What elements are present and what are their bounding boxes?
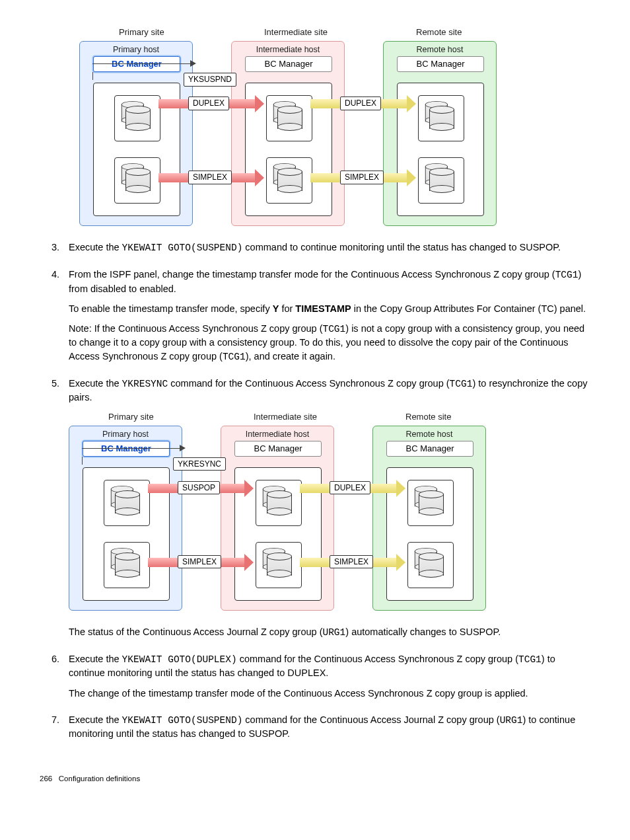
command-label: YKSUSPND	[184, 73, 236, 87]
state-i-r-top: DUPLEX	[340, 96, 381, 110]
step-number: 3.	[40, 241, 69, 261]
state-i-r-bot: SIMPLEX	[340, 171, 384, 184]
cmd-ykewait-suspend: YKEWAIT GOTO(SUSPEND)	[122, 243, 243, 253]
remote-site-box: Remote host BC Manager	[383, 41, 497, 226]
step-number: 7.	[40, 713, 69, 747]
step-4: 4. From the ISPF panel, change the times…	[40, 268, 590, 370]
step-3: 3. Execute the YKEWAIT GOTO(SUSPEND) com…	[40, 241, 590, 261]
step-7: 7. Execute the YKEWAIT GOTO(SUSPEND) com…	[40, 713, 590, 747]
step-number: 4.	[40, 268, 69, 370]
primary-site-box: Primary host BC Manager	[79, 41, 193, 226]
step-list: 3. Execute the YKEWAIT GOTO(SUSPEND) com…	[40, 241, 590, 747]
intermediate-site-box: Intermediate host BC Manager	[231, 41, 345, 226]
step-number: 6.	[40, 652, 69, 706]
site-label-intermediate: Intermediate site	[264, 26, 328, 38]
primary-volume-1	[114, 95, 160, 141]
bc-manager-primary: BC Manager	[93, 56, 180, 72]
step-number: 5.	[40, 377, 69, 646]
site-label-primary: Primary site	[119, 26, 164, 38]
cmd-ykewait-duplex: YKEWAIT GOTO(DUPLEX)	[122, 654, 237, 665]
step-5: 5. Execute the YKRESYNC command for the …	[40, 377, 590, 646]
primary-volume-2	[114, 157, 160, 204]
remote-volume-2	[418, 157, 464, 204]
remote-volume-1	[418, 95, 464, 141]
diagram-yksuspnd: Primary site Intermediate site Remote si…	[79, 26, 590, 231]
cmd-ykresync: YKRESYNC	[122, 379, 168, 389]
diagram-ykresync: Primary site Intermediate site Remote si…	[69, 411, 590, 616]
bc-manager-intermediate: BC Manager	[245, 56, 332, 72]
page-footer: 266 Configuration definitions	[40, 773, 590, 784]
bc-manager-remote: BC Manager	[397, 56, 484, 72]
intermediate-volume-1	[266, 95, 312, 141]
cmd-ykewait-suspend-2: YKEWAIT GOTO(SUSPEND)	[122, 715, 243, 726]
intermediate-host-label: Intermediate host	[232, 44, 344, 56]
state-p-i-bot: SIMPLEX	[188, 171, 232, 184]
remote-host-label: Remote host	[384, 44, 496, 56]
state-p-i-top: DUPLEX	[188, 96, 229, 110]
primary-host-label: Primary host	[80, 44, 192, 56]
page-number: 266	[40, 775, 52, 783]
site-label-remote: Remote site	[416, 26, 462, 38]
footer-title: Configuration definitions	[59, 775, 140, 783]
intermediate-volume-2	[266, 157, 312, 204]
step-6: 6. Execute the YKEWAIT GOTO(DUPLEX) comm…	[40, 652, 590, 706]
